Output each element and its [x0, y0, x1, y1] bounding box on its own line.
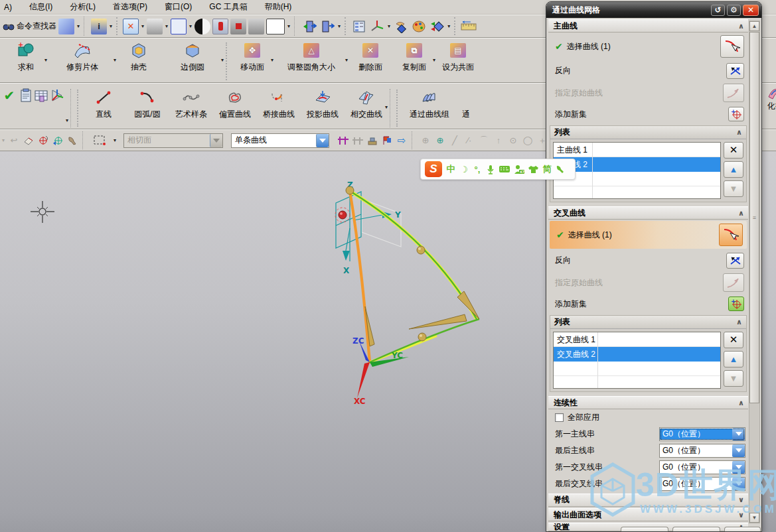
ok-check-icon[interactable]: ✔	[1, 88, 17, 103]
output-surface-options-header[interactable]: 输出曲面选项 ∨	[548, 508, 748, 521]
ruler-icon[interactable]	[461, 19, 477, 34]
palette-icon[interactable]	[411, 19, 427, 34]
dropdown-caret[interactable]: ▾	[433, 57, 435, 63]
cross-curves-header[interactable]: 交叉曲线 ∧	[548, 206, 748, 220]
eraser-icon[interactable]	[23, 135, 35, 147]
unite-button[interactable]: + 求和 ▾	[4, 40, 48, 74]
scroll-thumb[interactable]: ≡	[749, 32, 759, 403]
list-item[interactable]: 交叉曲线 1	[554, 332, 720, 347]
section-plane-left-icon[interactable]	[301, 19, 317, 34]
gray-box-icon[interactable]	[248, 19, 264, 34]
info-icon[interactable]: i	[91, 19, 107, 34]
surface-grid-icon[interactable]	[58, 19, 74, 34]
menu-item-information[interactable]: 信息(I)	[29, 1, 52, 13]
combo-arrow-button[interactable]	[316, 134, 329, 147]
dropdown-caret[interactable]: ▾	[388, 23, 390, 29]
make-coplanar-button[interactable]: ▤ 设为共面	[436, 40, 480, 74]
menu-item-analysis[interactable]: 分析(L)	[70, 1, 96, 13]
skin-shirt-icon[interactable]	[528, 165, 538, 174]
bridge-curve-button[interactable]: 桥接曲线	[257, 88, 301, 121]
continuity-header[interactable]: 连续性 ∧	[548, 396, 748, 409]
marquee-select-icon[interactable]	[90, 133, 110, 149]
wrench-icon[interactable]	[556, 165, 565, 174]
dropdown-caret[interactable]: ▾	[44, 57, 47, 63]
part-table-icon[interactable]	[33, 88, 49, 103]
dropdown-caret[interactable]: ▾	[385, 104, 388, 110]
snap-vertex-icon[interactable]: ↑	[493, 135, 504, 147]
toolbar-grip[interactable]	[454, 17, 457, 35]
cross-list-header[interactable]: 列表 ∧	[550, 316, 746, 329]
offset-curve-button[interactable]: 偏置曲线	[213, 88, 257, 121]
copy-face-button[interactable]: ⧉ 复制面 ▾	[392, 40, 436, 74]
first-cross-combo[interactable]: G0（位置）	[659, 460, 745, 474]
dialog-scrollbar[interactable]: ▲ ≡ ▼	[749, 21, 760, 523]
expand-icon[interactable]: ∨	[738, 496, 744, 504]
move-up-button[interactable]: ▲	[724, 351, 743, 367]
command-finder-label[interactable]: 命令查找器	[17, 21, 56, 32]
snap-endpoint-icon[interactable]: ⊕	[434, 135, 446, 147]
dropdown-caret[interactable]: ▾	[114, 137, 116, 143]
background-swatch-icon[interactable]	[266, 19, 285, 34]
snap-circle-icon[interactable]: ◯	[522, 135, 534, 147]
dropdown-caret[interactable]: ▾	[271, 57, 273, 63]
scroll-down-button[interactable]: ▼	[749, 513, 759, 523]
remove-item-button[interactable]: ✕	[724, 332, 743, 348]
dropdown-caret[interactable]: ▾	[189, 23, 192, 29]
translucent-box-icon[interactable]	[212, 19, 228, 34]
cross-reverse-button[interactable]	[726, 253, 744, 269]
cross-select-curve-button[interactable]	[719, 224, 743, 246]
halfwidth-moon-icon[interactable]: ☽	[459, 165, 469, 174]
window-x-icon[interactable]: ✕	[123, 19, 139, 34]
point-on-target-icon[interactable]	[37, 135, 49, 147]
combo-arrow-button[interactable]	[732, 461, 745, 474]
back-arrow-icon[interactable]: ↩	[8, 135, 20, 147]
menu-item-help[interactable]: 帮助(H)	[265, 1, 292, 13]
dropdown-caret[interactable]: ▾	[221, 57, 224, 63]
hand-diamond-icon[interactable]	[393, 19, 409, 34]
snap-curve-icon[interactable]: ⌒	[478, 135, 490, 147]
close-button[interactable]: ✕	[743, 5, 759, 16]
remove-item-button[interactable]: ✕	[724, 142, 743, 159]
primary-curves-header[interactable]: 主曲线 ∧	[548, 19, 748, 33]
cross-curve-list[interactable]: 交叉曲线 1 交叉曲线 2	[553, 332, 721, 389]
move-up-button[interactable]: ▲	[724, 161, 743, 178]
trim-sheet-button[interactable]: 修剪片体 ▾	[48, 40, 117, 74]
combo-arrow-button[interactable]	[732, 444, 745, 457]
collapse-icon[interactable]: ∧	[738, 22, 744, 31]
cross-add-new-set-button[interactable]: +	[728, 297, 744, 311]
apply-button-partial[interactable]	[672, 527, 720, 531]
first-primary-combo[interactable]: G0（位置）	[659, 427, 745, 441]
last-cross-combo[interactable]: G0（位置）	[659, 477, 745, 491]
cancel-button-partial[interactable]	[724, 527, 761, 531]
snap-line-icon[interactable]: ╱	[449, 135, 461, 147]
stop-at-intersection-icon[interactable]	[366, 135, 378, 147]
collapse-icon[interactable]: ∧	[738, 209, 744, 218]
primary-curve-list[interactable]: 主曲线 1 主曲线 2	[553, 142, 721, 199]
collapse-icon[interactable]: ∧	[736, 128, 742, 137]
dropdown-caret[interactable]: ▾	[287, 23, 290, 29]
move-target-icon[interactable]	[52, 135, 64, 147]
primary-reverse-button[interactable]	[726, 63, 744, 79]
resize-blend-button[interactable]: △ 调整圆角大小 ▾	[274, 40, 349, 74]
toolbar-grip[interactable]	[77, 90, 80, 127]
sogou-logo-icon[interactable]: S	[425, 161, 442, 177]
studio-spline-button[interactable]: 艺术样条	[169, 88, 213, 121]
diamond-arrows-icon[interactable]	[429, 19, 445, 34]
clipboard-icon[interactable]	[17, 88, 33, 103]
apply-all-checkbox[interactable]	[555, 413, 564, 422]
toolbar-grip[interactable]	[396, 90, 400, 127]
view-csys-icon[interactable]	[49, 88, 65, 103]
red-box-icon[interactable]	[230, 19, 246, 34]
microphone-icon[interactable]	[486, 165, 495, 174]
primary-add-new-set-button[interactable]: +	[728, 107, 744, 121]
snap-center-icon[interactable]: ⊙	[507, 135, 519, 147]
dropdown-caret[interactable]: ▾	[110, 23, 112, 29]
dropdown-caret[interactable]: ▾	[345, 57, 348, 63]
list-item-selected[interactable]: 交叉曲线 2	[554, 347, 720, 362]
display-mode-icon[interactable]	[147, 19, 163, 34]
binoculars-icon[interactable]	[3, 21, 15, 33]
list-item[interactable]: 主曲线 1	[554, 143, 720, 157]
curve-rule-combo[interactable]: 单条曲线	[231, 133, 329, 148]
ime-mode-chinese[interactable]: 中	[446, 163, 455, 175]
csys-icon[interactable]	[369, 19, 385, 34]
